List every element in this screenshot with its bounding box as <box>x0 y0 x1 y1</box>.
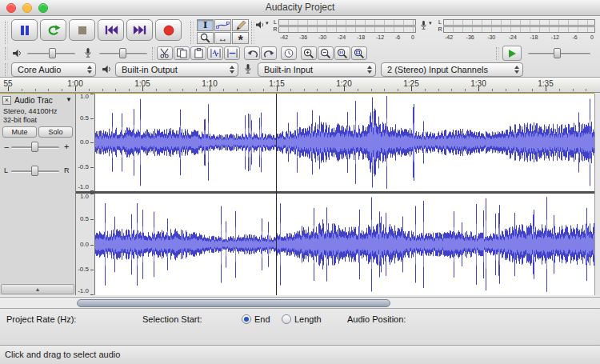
toolbar-grip[interactable] <box>496 47 499 60</box>
redo-button[interactable] <box>261 46 277 60</box>
waveform-channel-left[interactable] <box>95 94 594 191</box>
output-device-value: Built-in Output <box>122 65 178 74</box>
playback-meter-right-bar <box>278 26 416 33</box>
draw-tool-button[interactable] <box>232 19 249 31</box>
record-icon <box>163 25 174 36</box>
skip-to-start-button[interactable] <box>98 19 124 41</box>
loop-play-button[interactable] <box>40 19 66 41</box>
play-at-speed-button[interactable] <box>502 46 522 61</box>
record-button[interactable] <box>155 19 182 41</box>
popup-arrows-icon <box>367 66 372 74</box>
skip-to-end-button[interactable] <box>126 19 153 41</box>
toolbar-grip[interactable] <box>152 47 155 60</box>
trim-icon <box>210 48 222 58</box>
horizontal-scrollbar[interactable] <box>0 297 600 309</box>
close-window-button[interactable] <box>6 3 16 13</box>
radio-selected-dot <box>244 317 249 322</box>
stop-button[interactable] <box>69 19 95 41</box>
gain-slider-thumb[interactable] <box>31 142 38 152</box>
zoom-in-icon <box>303 48 314 58</box>
timeline-ruler[interactable]: 551:001:051:101:151:201:251:301:35 <box>0 78 600 93</box>
popup-arrows-icon <box>514 66 519 74</box>
input-device-dropdown[interactable]: Built-in Input <box>258 62 376 77</box>
recording-meter[interactable]: ▾ L R -42-36-30-24-18-12-60 <box>419 18 595 42</box>
sync-lock-button[interactable] <box>281 46 297 60</box>
toolbar-grip[interactable] <box>5 47 8 60</box>
output-volume-icon <box>11 48 22 58</box>
recording-meter-left-bar <box>443 19 595 26</box>
trim-audio-button[interactable] <box>207 46 223 60</box>
envelope-icon <box>216 21 230 30</box>
track-title: Audio Trac <box>14 96 53 105</box>
scissors-icon <box>159 48 171 58</box>
track-control-panel[interactable]: × Audio Trac ▼ Stereo, 44100Hz 32-bit fl… <box>0 94 76 295</box>
vertical-scrollbar[interactable] <box>594 94 600 295</box>
output-volume-slider-thumb[interactable] <box>49 48 56 58</box>
popup-arrows-icon <box>230 66 234 74</box>
popup-arrows-icon <box>87 66 92 74</box>
collapse-track-button[interactable]: ▲ <box>1 284 74 294</box>
pan-slider-thumb[interactable] <box>31 166 38 176</box>
undo-button[interactable] <box>244 46 260 60</box>
envelope-tool-button[interactable] <box>214 19 231 31</box>
end-radio[interactable] <box>242 314 251 324</box>
zoom-window-button[interactable] <box>38 3 48 13</box>
paste-button[interactable] <box>190 46 206 60</box>
play-at-speed-icon <box>507 49 517 58</box>
window-title: Audacity Project <box>0 0 600 15</box>
timeshift-tool-button[interactable]: ↔ <box>214 32 231 44</box>
fit-project-button[interactable] <box>351 46 367 60</box>
silence-icon <box>226 48 238 58</box>
silence-audio-button[interactable] <box>224 46 240 60</box>
fit-selection-icon <box>337 48 348 58</box>
pause-button[interactable] <box>11 19 38 41</box>
copy-icon <box>176 48 188 58</box>
audio-host-dropdown[interactable]: Core Audio <box>11 62 96 77</box>
pencil-icon <box>235 20 246 30</box>
minimize-window-button[interactable] <box>22 3 32 13</box>
horizontal-scrollbar-thumb[interactable] <box>77 299 390 307</box>
recording-meter-right-bar <box>443 26 595 33</box>
playback-cursor <box>276 94 277 295</box>
meter-left-label: L <box>437 19 443 26</box>
copy-button[interactable] <box>174 46 190 60</box>
input-channels-value: 2 (Stereo) Input Channels <box>387 65 488 74</box>
vertical-ruler[interactable]: 1.00.50.0-0.5-1.01.00.50.0-0.5-1.0 <box>76 94 95 295</box>
input-volume-slider-thumb[interactable] <box>119 48 126 58</box>
audio-host-value: Core Audio <box>18 65 61 74</box>
fit-selection-button[interactable] <box>334 46 350 60</box>
project-rate-label: Project Rate (Hz): <box>6 314 76 324</box>
toolbar-grip[interactable] <box>190 22 194 44</box>
multi-tool-icon: * <box>238 33 242 43</box>
meter-menu-arrow-icon: ▾ <box>429 20 432 26</box>
undo-icon <box>246 49 258 58</box>
end-radio-label[interactable]: End <box>254 314 270 324</box>
play-speed-slider-thumb[interactable] <box>554 48 561 58</box>
selection-tool-button[interactable]: I <box>197 19 214 31</box>
gain-minus-label: − <box>4 142 9 152</box>
zoom-out-button[interactable] <box>318 46 334 60</box>
playback-meter-left-bar <box>278 19 416 26</box>
meter-right-label: R <box>437 26 443 33</box>
zoom-in-button[interactable] <box>301 46 317 60</box>
gain-plus-label: + <box>64 142 69 151</box>
close-track-button[interactable]: × <box>2 96 11 105</box>
output-device-dropdown[interactable]: Built-in Output <box>115 62 238 77</box>
input-channels-dropdown[interactable]: 2 (Stereo) Input Channels <box>381 62 523 77</box>
speaker-icon <box>254 20 265 30</box>
playback-meter[interactable]: ▾ L R -42-36-30-24-18-12-60 <box>254 18 416 42</box>
track-menu-button[interactable]: ▼ <box>66 96 72 103</box>
zoom-out-icon <box>320 48 331 58</box>
length-radio-label[interactable]: Length <box>294 314 322 324</box>
selection-toolbar: Project Rate (Hz): Selection Start: End … <box>0 309 600 345</box>
toolbar-grip[interactable] <box>5 63 8 76</box>
toolbar-grip[interactable] <box>5 22 8 44</box>
multi-tool-button[interactable]: * <box>232 32 249 44</box>
mute-button[interactable]: Mute <box>2 126 37 138</box>
cut-button[interactable] <box>157 46 173 60</box>
zoom-tool-button[interactable] <box>197 32 214 44</box>
title-bar[interactable]: Audacity Project <box>0 0 600 16</box>
length-radio[interactable] <box>282 314 291 324</box>
solo-button[interactable]: Solo <box>38 126 73 138</box>
waveform-channel-right[interactable] <box>95 194 594 295</box>
